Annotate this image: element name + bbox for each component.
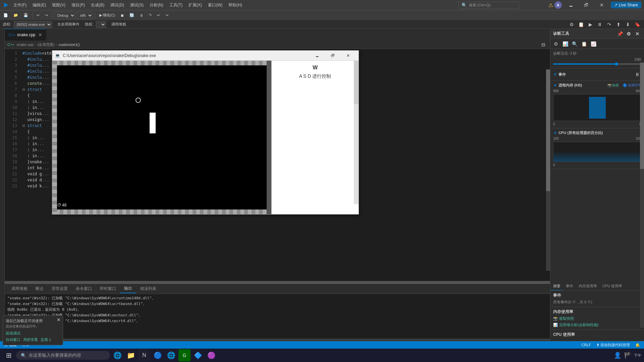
- game-vscrollbar[interactable]: [267, 61, 271, 214]
- time-slider-thumb[interactable]: [615, 62, 618, 66]
- menu-view[interactable]: 视图(V): [49, 1, 68, 9]
- taskbar-edge[interactable]: 🌐: [111, 349, 123, 361]
- gw-minimize[interactable]: 🗕: [310, 51, 325, 61]
- status-encoding[interactable]: CRLF: [580, 343, 592, 347]
- menu-file[interactable]: 文件(F): [11, 1, 29, 9]
- tab-breakpoints[interactable]: 断点: [32, 285, 48, 293]
- undo-btn[interactable]: ↩: [35, 12, 42, 18]
- user-avatar[interactable]: A: [554, 1, 562, 9]
- process-btn7[interactable]: ⬇: [624, 20, 632, 28]
- live-share-button[interactable]: ↗ Live Share: [611, 2, 641, 8]
- process-btn1[interactable]: ⚙: [568, 20, 576, 28]
- process-btn8[interactable]: 🔖: [633, 20, 641, 28]
- output-scrollbar[interactable]: [5, 281, 550, 284]
- process-btn4[interactable]: ⏸: [596, 20, 604, 28]
- link-auto[interactable]: 自动窗口: [6, 337, 20, 342]
- tab-callstack[interactable]: 调用堆栈: [7, 285, 32, 293]
- platform-select[interactable]: x86: [77, 12, 93, 19]
- debug-config-select[interactable]: Debug: [54, 12, 75, 19]
- time-slider-track[interactable]: [553, 63, 641, 65]
- gw-close[interactable]: ✕: [340, 51, 356, 61]
- tab-errors[interactable]: 错误列表: [136, 285, 160, 293]
- step-over-btn[interactable]: ↷: [147, 12, 154, 18]
- output-scroll-thumb[interactable]: [5, 281, 550, 284]
- heap-btn[interactable]: 📊 启用堆分析(会影响性能): [553, 322, 641, 327]
- taskbar-chrome[interactable]: 🌐: [165, 349, 177, 361]
- new-btn[interactable]: 📄: [1, 12, 10, 18]
- close-button[interactable]: ✕: [594, 0, 609, 10]
- link-debug[interactable]: 延续调试: [6, 331, 20, 336]
- split-editor-btn[interactable]: ⊟: [539, 41, 547, 49]
- diag-scrollbar[interactable]: [640, 62, 644, 328]
- process-btn2[interactable]: 📋: [577, 20, 585, 28]
- open-btn[interactable]: 📁: [11, 12, 20, 18]
- taskbar-vs[interactable]: 🔷: [192, 349, 204, 361]
- game-window-title: C:\Users\acer\source\repos\snake\Debug\s…: [63, 53, 156, 58]
- taskbar-explorer[interactable]: 📁: [125, 349, 137, 361]
- diag-tool2[interactable]: 📊: [561, 40, 569, 48]
- taskbar-app4[interactable]: 🟣: [205, 349, 217, 361]
- diag-tab-summary[interactable]: 摘要: [550, 282, 563, 290]
- diag-tool4[interactable]: 📋: [580, 40, 588, 48]
- taskbar-app3[interactable]: G: [178, 349, 191, 361]
- link-watch[interactable]: 监视 1: [41, 337, 51, 342]
- save-all-btn[interactable]: 💾: [21, 12, 30, 18]
- menu-edit[interactable]: 编辑(E): [30, 1, 49, 9]
- minimize-button[interactable]: 🗕: [563, 0, 579, 10]
- thread-select[interactable]: [96, 21, 106, 28]
- maximize-button[interactable]: 🗗: [579, 0, 594, 10]
- process-btn3[interactable]: ▶: [586, 20, 594, 28]
- diag-tool1[interactable]: ⚙: [552, 40, 560, 48]
- redo-btn[interactable]: ↪: [43, 12, 50, 18]
- diag-tool3[interactable]: 🔍: [571, 40, 579, 48]
- scrollbar-thumb[interactable]: [546, 70, 550, 191]
- gw-maximize[interactable]: 🗗: [325, 51, 340, 61]
- restart-btn[interactable]: 🔄: [127, 12, 136, 18]
- menu-debug[interactable]: 调试(D): [108, 1, 127, 9]
- output-hscrollbar[interactable]: [5, 339, 550, 341]
- status-notification[interactable]: 🔔: [634, 343, 641, 347]
- menu-build[interactable]: 生成(B): [88, 1, 107, 9]
- process-btn5[interactable]: ↷: [605, 20, 613, 28]
- taskbar-app1[interactable]: N: [138, 349, 150, 361]
- tab-immediate[interactable]: 即时窗口: [96, 285, 120, 293]
- auto-window-close-btn[interactable]: ✕: [57, 317, 61, 322]
- diag-tool5[interactable]: 📈: [589, 40, 597, 48]
- panel-scrollbar[interactable]: [354, 61, 359, 204]
- menu-analyze[interactable]: 分析(N): [147, 1, 166, 9]
- tab-command[interactable]: 命令窗口: [72, 285, 96, 293]
- continue-btn[interactable]: ▶ 继续(C): [97, 12, 117, 18]
- diag-tab-cpu[interactable]: CPU 使用率: [600, 282, 625, 290]
- step-into-btn[interactable]: ↩: [155, 12, 162, 18]
- tab-exceptions[interactable]: 异常设置: [48, 285, 72, 293]
- taskbar-search[interactable]: 🔍 在这里输入你要搜索的内容: [16, 351, 110, 360]
- time-slider[interactable]: 10秒: [553, 57, 641, 65]
- process-select[interactable]: [9032] snake.exe: [14, 21, 52, 28]
- tab-snake-cpp[interactable]: C++ snake.cpp ✕: [5, 29, 46, 41]
- step-out-btn[interactable]: ↪: [163, 12, 170, 18]
- diag-close-btn[interactable]: ✕: [633, 30, 641, 38]
- diag-tab-events[interactable]: 事件: [563, 282, 576, 290]
- taskbar-app2[interactable]: 🔵: [152, 349, 164, 361]
- snapshot-btn[interactable]: 📸 获取快照: [553, 316, 641, 321]
- start-button[interactable]: ⊞: [3, 349, 15, 361]
- stop-btn[interactable]: ⏹: [118, 13, 126, 18]
- panel-scroll-thumb[interactable]: [354, 61, 359, 104]
- diag-scroll-thumb[interactable]: [640, 63, 644, 169]
- process-btn6[interactable]: ⬆: [614, 20, 623, 28]
- link-locals[interactable]: 局部变量: [23, 337, 38, 342]
- menu-project[interactable]: 项目(P): [69, 1, 88, 9]
- tab-output[interactable]: 输出: [120, 284, 136, 293]
- menu-test[interactable]: 测试(S): [127, 1, 146, 9]
- menu-window[interactable]: 窗口(W): [205, 1, 225, 9]
- diag-pin-btn[interactable]: 📌: [616, 30, 624, 38]
- pause-btn[interactable]: ⏸: [138, 13, 145, 18]
- menu-tools[interactable]: 工具(T): [167, 1, 185, 9]
- menu-extensions[interactable]: 扩展(X): [186, 1, 205, 9]
- diag-settings-btn[interactable]: ⚙: [625, 30, 633, 38]
- status-add-source[interactable]: ⬆ 添加到源代码管理: [595, 343, 631, 348]
- tab-close-btn[interactable]: ✕: [38, 32, 42, 38]
- editor-scrollbar[interactable]: [546, 69, 550, 271]
- diag-tab-memory[interactable]: 内存使用率: [576, 282, 600, 290]
- menu-help[interactable]: 帮助(H): [226, 1, 245, 9]
